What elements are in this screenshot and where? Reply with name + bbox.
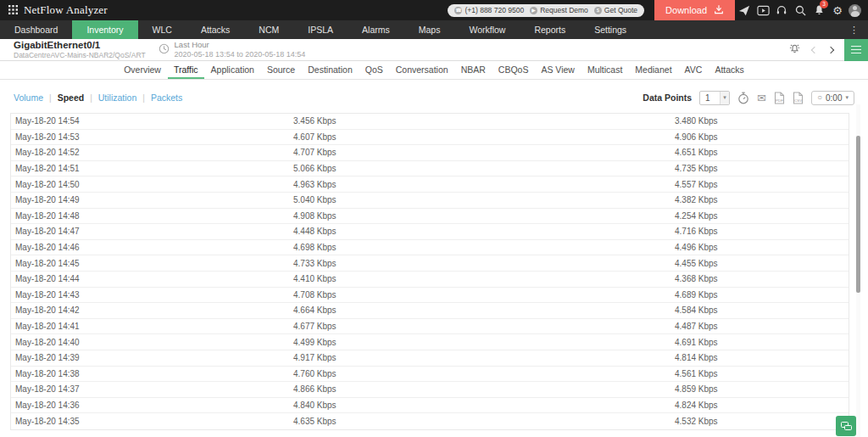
pdf-export-icon[interactable]: PDF: [774, 92, 785, 104]
tab-qos[interactable]: QoS: [359, 61, 389, 79]
tab-nbar[interactable]: NBAR: [455, 61, 492, 79]
row-time: May-18-20 14:42: [11, 305, 293, 315]
view-speed[interactable]: Speed: [58, 92, 85, 103]
nav-item-maps[interactable]: Maps: [404, 20, 455, 39]
table-row: May-18-20 14:404.499 Kbps4.691 Kbps: [11, 334, 849, 350]
view-volume[interactable]: Volume: [14, 92, 43, 103]
tab-traffic[interactable]: Traffic: [168, 61, 204, 79]
row-time: May-18-20 14:54: [11, 116, 293, 126]
table-row: May-18-20 14:414.677 Kbps4.487 Kbps: [11, 319, 849, 335]
row-time: May-18-20 14:38: [11, 369, 293, 378]
view-separator: |: [90, 93, 92, 103]
nav-item-reports[interactable]: Reports: [520, 20, 580, 39]
refresh-spinner-icon: ○: [817, 93, 822, 102]
tab-destination[interactable]: Destination: [302, 61, 359, 79]
contact-pill: ☎ (+1) 888 720 9500 ▶ Request Demo $ Get…: [448, 4, 644, 17]
row-value-1: 4.607 Kbps: [293, 132, 675, 142]
table-row: May-18-20 14:515.066 Kbps4.735 Kbps: [11, 161, 849, 177]
tab-source[interactable]: Source: [261, 61, 301, 79]
clock-icon: [159, 42, 170, 58]
row-value-2: 3.480 Kbps: [675, 116, 849, 126]
row-time: May-18-20 14:47: [11, 227, 293, 236]
svg-text:CSV: CSV: [794, 98, 802, 103]
nav-item-attacks[interactable]: Attacks: [186, 20, 244, 39]
row-value-2: 4.557 Kbps: [675, 180, 849, 189]
alarm-bell-icon[interactable]: [788, 42, 801, 58]
tab-multicast[interactable]: Multicast: [581, 61, 628, 79]
tab-attacks[interactable]: Attacks: [709, 61, 749, 79]
nav-item-wlc[interactable]: WLC: [138, 20, 186, 39]
tab-medianet[interactable]: Medianet: [629, 61, 677, 79]
tab-as-view[interactable]: AS View: [535, 61, 581, 79]
tab-overview[interactable]: Overview: [118, 61, 167, 79]
csv-export-icon[interactable]: CSV: [793, 92, 804, 104]
time-period[interactable]: Last Hour 2020-05-18 13:54 to 2020-05-18…: [159, 41, 306, 59]
support-headset-icon[interactable]: [772, 0, 791, 20]
table-row: May-18-20 14:434.708 Kbps4.689 Kbps: [11, 288, 849, 304]
row-value-1: 4.963 Kbps: [293, 180, 675, 189]
row-time: May-18-20 14:36: [11, 401, 293, 410]
side-panel-menu-button[interactable]: [844, 39, 868, 61]
next-interface-chevron[interactable]: [827, 46, 834, 53]
vertical-scrollbar-track[interactable]: [856, 104, 860, 437]
request-demo-link[interactable]: ▶ Request Demo: [530, 6, 588, 14]
tab-cbqos[interactable]: CBQoS: [492, 61, 535, 79]
nav-item-ipsla[interactable]: IPSLA: [293, 20, 348, 39]
toolbar-right: Data Points 1 ▾ ✉ PDF CSV ○: [643, 91, 854, 105]
row-value-1: 4.840 Kbps: [293, 401, 675, 410]
user-avatar[interactable]: [849, 4, 861, 17]
table-row: May-18-20 14:424.664 Kbps4.584 Kbps: [11, 303, 849, 319]
table-row: May-18-20 14:454.733 Kbps4.455 Kbps: [11, 255, 849, 272]
phone-link[interactable]: ☎ (+1) 888 720 9500: [454, 6, 524, 14]
nav-item-dashboard[interactable]: Dashboard: [0, 20, 72, 39]
row-time: May-18-20 14:43: [11, 290, 293, 300]
row-time: May-18-20 14:45: [11, 259, 293, 268]
email-report-icon[interactable]: ✉: [757, 92, 766, 104]
download-button[interactable]: Download: [654, 0, 735, 20]
svg-text:PDF: PDF: [776, 98, 783, 103]
search-icon[interactable]: [791, 0, 810, 20]
prev-interface-chevron[interactable]: [811, 46, 818, 53]
get-quote-label: Get Quote: [604, 6, 637, 14]
phone-number: (+1) 888 720 9500: [465, 6, 524, 14]
tab-application[interactable]: Application: [205, 61, 260, 79]
nav-item-alarms[interactable]: Alarms: [348, 20, 404, 39]
row-value-1: 4.733 Kbps: [293, 259, 675, 268]
apps-grid-icon[interactable]: [8, 3, 18, 18]
data-points-label: Data Points: [643, 92, 692, 103]
row-value-2: 4.906 Kbps: [675, 132, 849, 142]
view-utilization[interactable]: Utilization: [98, 92, 137, 103]
live-chat-button[interactable]: [836, 416, 856, 436]
whats-new-icon[interactable]: [735, 0, 754, 20]
row-value-1: 4.448 Kbps: [293, 227, 675, 236]
get-quote-link[interactable]: $ Get Quote: [594, 6, 637, 14]
row-value-2: 4.689 Kbps: [675, 290, 849, 300]
view-separator: |: [49, 93, 52, 103]
row-value-2: 4.455 Kbps: [675, 259, 849, 268]
vertical-scrollbar-thumb[interactable]: [856, 136, 860, 293]
nav-overflow-kebab-icon[interactable]: ⋮: [840, 20, 868, 39]
view-packets[interactable]: Packets: [151, 92, 182, 103]
tab-conversation[interactable]: Conversation: [390, 61, 454, 79]
chevron-down-icon: ▾: [845, 94, 849, 101]
request-demo-label: Request Demo: [540, 6, 588, 14]
nav-item-settings[interactable]: Settings: [580, 20, 641, 39]
nav-item-ncm[interactable]: NCM: [244, 20, 293, 39]
tab-avc[interactable]: AVC: [679, 61, 709, 79]
row-value-1: 4.635 Kbps: [293, 417, 675, 426]
data-points-select[interactable]: 1 ▾: [699, 91, 730, 105]
schedule-report-icon[interactable]: [737, 92, 749, 104]
nav-item-workflow[interactable]: Workflow: [454, 20, 520, 39]
notifications-bell-icon[interactable]: 3: [810, 0, 828, 20]
settings-gear-icon[interactable]: ⚙: [828, 0, 847, 20]
table-row: May-18-20 14:464.698 Kbps4.496 Kbps: [11, 240, 849, 256]
view-separator: |: [142, 93, 145, 103]
data-points-value: 1: [700, 93, 710, 103]
row-value-1: 4.760 Kbps: [293, 369, 675, 378]
nav-item-inventory[interactable]: Inventory: [72, 20, 137, 39]
auto-refresh-control[interactable]: ○ 0:00 ▾: [811, 91, 854, 105]
row-value-1: 4.499 Kbps: [293, 338, 675, 347]
row-time: May-18-20 14:48: [11, 211, 293, 221]
chevron-down-icon: ▾: [720, 92, 729, 104]
video-demo-icon[interactable]: [754, 0, 772, 20]
